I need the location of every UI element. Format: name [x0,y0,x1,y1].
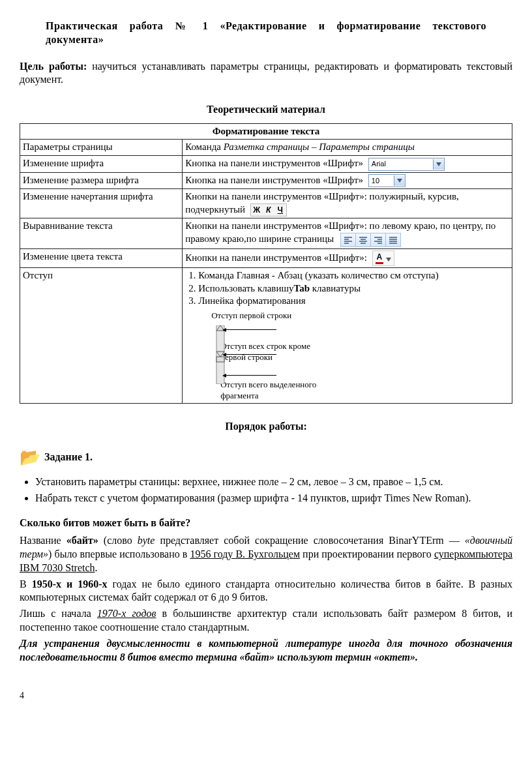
table-row: Выравнивание текста Кнопки на панели инс… [20,218,512,249]
document-title: Практическая работа № 1 «Редактирование … [46,20,486,47]
font-color-icon: А [376,252,384,265]
list-item: Установить параметры станицы: верхнее, н… [35,475,512,489]
folder-icon: 📂 [20,447,40,467]
cell-value: Команда Разметка страницы – Параметры ст… [183,140,512,156]
cell-label: Изменение цвета текста [20,248,183,268]
cell-value: Кнопки на панели инструментов «Шрифт»: п… [183,189,512,218]
bold-button[interactable]: Ж [251,204,263,216]
align-left-icon[interactable] [341,233,356,247]
cell-value: Кнопка на панели инструментов «Шрифт» Ar… [183,155,512,172]
section-theory: Теоретический материал [20,103,512,117]
font-dropdown-value: Arial [369,159,433,168]
font-dropdown[interactable]: Arial [368,158,445,171]
cell-label: Изменение размера шрифта [20,172,183,189]
chevron-down-icon[interactable] [433,159,444,170]
cell-label: Изменение начертания шрифта [20,189,183,218]
goal-label: Цель работы: [20,61,87,72]
paragraph: В 1950-х и 1960-х годах не было единого … [20,578,512,605]
underline-button[interactable]: Ч [274,204,286,216]
table-row: Изменение размера шрифта Кнопка на панел… [20,172,512,189]
paragraph-emphasis: Для устранения двусмысленности в компьют… [20,637,512,665]
align-center-icon[interactable] [356,233,371,247]
paragraph: Лишь с начала 1970-х годов в большинстве… [20,607,512,635]
cell-value: Кнопки на панели инструментов «Шрифт»: п… [183,218,512,249]
task-bullets: Установить параметры станицы: верхнее, н… [20,475,512,505]
size-dropdown-value: 10 [369,176,394,185]
cell-label: Параметры страницы [20,140,183,156]
svg-rect-19 [216,357,224,362]
list-item: Линейка форматирования [198,295,509,308]
ruler-diagram [211,325,342,384]
cell-value: Кнопки на панели инструментов «Шрифт»: А [183,248,512,268]
cell-value: Команда Главная - Абзац (указать количес… [183,268,512,404]
cell-label: Выравнивание текста [20,218,183,249]
task-1-header: 📂Задание 1. [20,447,512,469]
list-item: Команда Главная - Абзац (указать количес… [198,269,509,282]
list-item: Набрать текст с учетом форматирования (р… [35,492,512,505]
list-item: Использовать клавишуTab клавиатуры [198,282,509,295]
align-right-icon[interactable] [371,233,386,247]
table-row: Изменение начертания шрифта Кнопки на па… [20,189,512,218]
alignment-buttons[interactable] [340,233,401,247]
paragraph: Название «байт» (слово byte представляет… [20,534,512,575]
bold-italic-underline-buttons[interactable]: Ж К Ч [250,203,287,217]
table-row: Отступ Команда Главная - Абзац (указать … [20,268,512,404]
table-row: Изменение цвета текста Кнопки на панели … [20,248,512,268]
goal: Цель работы: научиться устанавливать пар… [20,60,512,87]
italic-button[interactable]: К [263,204,274,216]
table-row: Изменение шрифта Кнопка на панели инстру… [20,155,512,172]
page-number: 4 [20,690,512,702]
font-color-button[interactable]: А [372,250,395,267]
chevron-down-icon[interactable] [394,175,405,186]
ruler-note-1: Отступ первой строки [211,310,509,322]
cell-value: Кнопка на панели инструментов «Шрифт» 10 [183,172,512,189]
align-justify-icon[interactable] [386,233,400,247]
cell-label: Отступ [20,268,183,404]
table-header: Форматирование текста [20,123,512,140]
size-dropdown[interactable]: 10 [368,174,406,187]
formatting-table: Форматирование текста Параметры страницы… [20,123,512,404]
question-heading: Сколько битов может быть в байте? [20,516,512,530]
goal-text: научиться устанавливать параметры страни… [20,61,512,85]
table-row: Параметры страницы Команда Разметка стра… [20,140,512,156]
chevron-down-icon[interactable] [386,254,391,265]
section-procedure: Порядок работы: [20,420,512,434]
cell-label: Изменение шрифта [20,155,183,172]
